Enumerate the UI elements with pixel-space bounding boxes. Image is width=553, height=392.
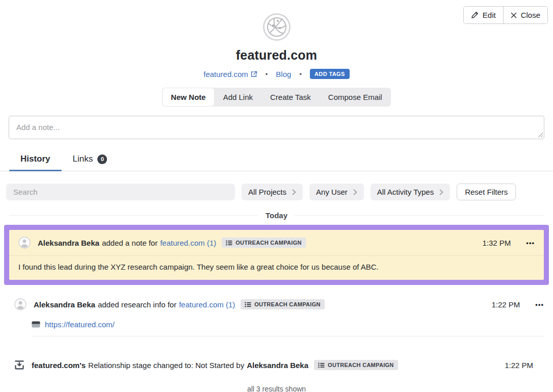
activity-header: Aleksandra Beka added a note for feature… — [9, 230, 544, 255]
item-menu-button[interactable]: ••• — [526, 239, 535, 247]
reset-filters-button[interactable]: Reset Filters — [457, 184, 516, 200]
separator-dot: • — [266, 70, 268, 78]
target-link[interactable]: featured.com (1) — [160, 239, 216, 247]
research-url-link[interactable]: https://featured.com/ — [45, 320, 115, 329]
composer-tab-group: New Note Add Link Create Task Compose Em… — [162, 88, 390, 107]
links-tab-label: Links — [73, 154, 93, 164]
website-link[interactable]: featured.com — [203, 70, 257, 79]
activity-summary: Aleksandra Beka added research info for … — [34, 299, 325, 309]
search-input[interactable] — [6, 184, 235, 200]
subject-name: featured.com's — [32, 361, 86, 370]
activity-type-filter-dropdown[interactable]: All Activity Types — [371, 184, 450, 200]
list-icon — [226, 240, 232, 246]
webpage-card-icon — [32, 321, 40, 328]
history-tab-label: History — [20, 154, 50, 164]
campaign-tag: OUTREACH CAMPAIGN — [314, 360, 398, 370]
tab-links[interactable]: Links 0 — [62, 154, 119, 171]
window-actions: Edit Close — [463, 6, 548, 24]
website-link-label: featured.com — [203, 70, 248, 79]
tab-compose-email[interactable]: Compose Email — [320, 88, 391, 107]
actor-name: Aleksandra Beka — [38, 239, 99, 247]
item-menu-button[interactable]: ••• — [535, 301, 544, 308]
blog-link[interactable]: Blog — [276, 70, 291, 79]
campaign-tag: OUTREACH CAMPAIGN — [241, 299, 325, 309]
campaign-tag-label: OUTREACH CAMPAIGN — [254, 301, 321, 307]
activity-action: Relationship stage changed to: Not Start… — [88, 361, 244, 370]
results-count-footer: all 3 results shown — [0, 385, 553, 392]
tab-history[interactable]: History — [9, 154, 62, 171]
note-input[interactable] — [9, 116, 544, 139]
activity-item: Aleksandra Beka added research info for … — [14, 294, 544, 336]
tab-create-task[interactable]: Create Task — [261, 88, 320, 107]
close-button[interactable]: Close — [503, 7, 547, 23]
activity-type-filter-label: All Activity Types — [377, 188, 434, 196]
user-avatar-icon — [18, 237, 31, 249]
add-tags-button[interactable]: ADD TAGS — [310, 69, 350, 79]
globe-avatar-icon — [263, 13, 291, 41]
divider-line — [9, 215, 258, 216]
tab-new-note[interactable]: New Note — [162, 88, 214, 107]
list-icon — [245, 302, 251, 307]
chevron-right-icon — [439, 189, 443, 195]
activity-item-highlighted: Aleksandra Beka added a note for feature… — [4, 225, 549, 285]
activity-summary: featured.com's Relationship stage change… — [32, 360, 497, 370]
page-title: featured.com — [0, 48, 553, 63]
item-divider — [32, 336, 544, 336]
tab-add-link[interactable]: Add Link — [215, 88, 261, 107]
projects-filter-label: All Projects — [248, 188, 286, 196]
activity-header: Aleksandra Beka added research info for … — [14, 294, 544, 315]
edit-button[interactable]: Edit — [464, 7, 503, 23]
close-button-label: Close — [521, 11, 540, 19]
activity-card: Aleksandra Beka added a note for feature… — [9, 230, 544, 280]
actor-name: Aleksandra Beka — [34, 300, 95, 309]
target-link[interactable]: featured.com (1) — [179, 300, 235, 309]
stage-change-icon — [14, 360, 24, 370]
chevron-right-icon — [292, 189, 296, 195]
composer-tabs: New Note Add Link Create Task Compose Em… — [0, 88, 553, 107]
projects-filter-dropdown[interactable]: All Projects — [242, 184, 303, 200]
campaign-tag-label: OUTREACH CAMPAIGN — [235, 240, 302, 246]
activity-time: 1:22 PM — [491, 300, 520, 309]
activity-action: added research info for — [98, 300, 176, 309]
note-text: I found this lead during the XYZ researc… — [9, 255, 544, 280]
campaign-tag-label: OUTREACH CAMPAIGN — [328, 362, 394, 368]
section-tabs: History Links 0 — [0, 154, 553, 171]
separator-dot: • — [299, 70, 302, 78]
list-icon — [318, 362, 325, 368]
close-icon — [511, 12, 517, 18]
activity-summary: Aleksandra Beka added a note for feature… — [38, 238, 306, 248]
day-label: Today — [266, 211, 287, 220]
actor-name: Aleksandra Beka — [247, 361, 308, 370]
research-link-row: https://featured.com/ — [32, 320, 544, 329]
filter-bar: All Projects Any User All Activity Types… — [6, 184, 547, 200]
chevron-right-icon — [353, 189, 357, 195]
edit-button-label: Edit — [483, 11, 496, 19]
user-avatar-icon — [14, 298, 27, 310]
external-link-icon — [251, 71, 257, 77]
user-filter-label: Any User — [316, 188, 348, 196]
activity-item-stage-change: featured.com's Relationship stage change… — [14, 360, 533, 370]
user-filter-dropdown[interactable]: Any User — [309, 184, 364, 200]
divider-line — [295, 215, 544, 216]
note-composer — [9, 116, 544, 139]
activity-time: 1:32 PM — [482, 239, 511, 247]
pencil-icon — [471, 11, 479, 19]
campaign-tag: OUTREACH CAMPAIGN — [222, 238, 306, 248]
activity-time: 1:22 PM — [505, 361, 533, 370]
profile-links-row: featured.com • Blog • ADD TAGS — [0, 69, 553, 79]
links-count-badge: 0 — [97, 154, 107, 164]
day-divider: Today — [9, 211, 544, 220]
activity-action: added a note for — [102, 239, 157, 247]
